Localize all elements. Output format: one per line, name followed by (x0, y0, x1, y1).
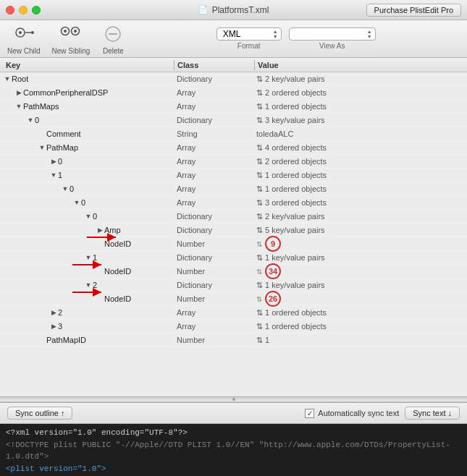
svg-point-5 (64, 30, 67, 33)
auto-sync-checkbox[interactable]: ✓ (305, 409, 314, 418)
cell-class: Number (174, 239, 253, 248)
delete-button[interactable]: Delete (101, 22, 125, 55)
table-row[interactable]: PathMapIDNumber⇅ 1 (0, 333, 467, 347)
resize-handle[interactable] (232, 398, 235, 401)
disclosure-triangle[interactable]: ▼ (61, 184, 70, 193)
purchase-button[interactable]: Purchase PlistEdit Pro (366, 4, 461, 17)
cell-value: ⇅ 1 ordered objects (253, 184, 467, 194)
disclosure-triangle[interactable]: ▼ (14, 102, 23, 111)
cell-value: ⇅ 2 ordered objects (253, 157, 467, 166)
value-text: ⇅ 3 key/value pairs (256, 116, 325, 125)
svg-point-1 (19, 31, 22, 34)
value-text: ⇅ 1 ordered objects (256, 308, 327, 318)
cell-class: Dictionary (174, 226, 253, 234)
cell-class: Array (174, 198, 253, 207)
auto-sync-label: Automatically sync text (318, 409, 399, 417)
key-label: 0 (58, 157, 62, 166)
disclosure-triangle[interactable]: ▼ (84, 253, 93, 262)
cell-key: NodeID (0, 239, 174, 248)
table-row[interactable]: ▼PathMapArray⇅ 4 ordered objects (0, 141, 467, 155)
value-text: toledaALC (256, 129, 293, 138)
disclosure-triangle[interactable]: ▼ (84, 281, 93, 289)
table-row[interactable]: ▶0Array⇅ 2 ordered objects (0, 155, 467, 169)
value-text: ⇅ 1 (256, 336, 269, 345)
close-button[interactable] (6, 6, 14, 14)
cell-key: ▼0 (0, 212, 174, 221)
key-label: CommonPeripheralDSP (23, 88, 108, 97)
circled-value: 26 (265, 291, 281, 307)
table-row[interactable]: ▶CommonPeripheralDSPArray⇅ 2 ordered obj… (0, 86, 467, 100)
table-row[interactable]: ▶3Array⇅ 1 ordered objects (0, 320, 467, 333)
cell-class: Dictionary (174, 281, 253, 289)
view-as-select[interactable]: ▲ ▼ (289, 27, 376, 41)
value-text: ⇅ 2 key/value pairs (256, 75, 325, 84)
table-row[interactable]: NodeIDNumber⇅34 (0, 265, 467, 279)
format-select[interactable]: XML ▲ ▼ (216, 27, 282, 41)
cell-key: ▶0 (0, 157, 174, 166)
sync-text-button[interactable]: Sync text ↓ (405, 407, 460, 420)
cell-key: ▼2 (0, 281, 174, 289)
table-row[interactable]: ▼0Dictionary⇅ 2 key/value pairs (0, 210, 467, 224)
document-icon: 📄 (198, 5, 209, 14)
new-child-button[interactable]: New Child (7, 22, 41, 55)
table-row[interactable]: ▶2Array⇅ 1 ordered objects (0, 306, 467, 320)
key-label: 0 (93, 212, 97, 221)
cell-key: NodeID (0, 267, 174, 276)
disclosure-triangle[interactable]: ▼ (3, 75, 12, 83)
value-text: ⇅ 1 key/value pairs (256, 281, 325, 290)
table-row[interactable]: NodeIDNumber⇅9 (0, 237, 467, 251)
key-label: PathMap (46, 143, 78, 152)
table-row[interactable]: ▼0Array⇅ 1 ordered objects (0, 182, 467, 196)
panel-divider (0, 396, 467, 402)
col-header-class: Class (174, 61, 254, 69)
value-text: ⇅ 2 key/value pairs (256, 212, 325, 221)
cell-key: Comment (0, 129, 174, 138)
stepper-icon: ⇅ (256, 268, 262, 276)
maximize-button[interactable] (32, 6, 41, 14)
format-select-arrows: ▲ ▼ (273, 29, 278, 39)
cell-class: Array (174, 143, 253, 152)
cell-class: Number (174, 336, 253, 344)
new-sibling-button[interactable]: New Sibling (52, 22, 91, 55)
disclosure-triangle[interactable]: ▶ (49, 157, 58, 166)
cell-key: ▼0 (0, 116, 174, 124)
disclosure-triangle[interactable]: ▶ (49, 308, 58, 317)
table-row[interactable]: ▼RootDictionary⇅ 2 key/value pairs (0, 72, 467, 86)
disclosure-triangle[interactable]: ▶ (96, 226, 104, 234)
table-row[interactable]: CommentStringtoledaALC (0, 127, 467, 141)
cell-class: Array (174, 308, 253, 317)
value-text: ⇅ 1 ordered objects (256, 171, 327, 180)
new-child-icon (12, 22, 35, 46)
key-label: 2 (93, 281, 97, 289)
disclosure-triangle[interactable]: ▼ (38, 143, 46, 152)
text-editor-panel[interactable]: <?xml version="1.0" encoding="UTF-8"?><!… (0, 424, 467, 476)
delete-icon (101, 22, 125, 46)
table-row[interactable]: NodeIDNumber⇅26 (0, 292, 467, 306)
toolbar-center: XML ▲ ▼ Format ▲ ▼ View As (132, 27, 460, 50)
sync-outline-button[interactable]: Sync outline ↑ (7, 407, 72, 420)
table-row[interactable]: ▼0Array⇅ 3 ordered objects (0, 196, 467, 210)
cell-class: Dictionary (174, 116, 253, 124)
disclosure-triangle[interactable]: ▼ (84, 212, 93, 221)
table-row[interactable]: ▼PathMapsArray⇅ 1 ordered objects (0, 100, 467, 114)
minimize-button[interactable] (19, 6, 28, 14)
key-label: PathMaps (23, 102, 59, 111)
cell-value: ⇅ 1 key/value pairs (253, 281, 467, 290)
cell-class: Dictionary (174, 253, 253, 262)
disclosure-triangle[interactable]: ▼ (49, 171, 58, 179)
disclosure-triangle[interactable]: ▼ (26, 116, 35, 124)
disclosure-triangle[interactable]: ▼ (72, 198, 81, 207)
cell-value: ⇅ 3 ordered objects (253, 198, 467, 208)
table-row[interactable]: ▼1Array⇅ 1 ordered objects (0, 169, 467, 182)
cell-class: Number (174, 294, 253, 303)
view-as-label: View As (319, 42, 345, 50)
view-as-select-arrows: ▲ ▼ (367, 29, 372, 39)
disclosure-triangle[interactable]: ▶ (49, 322, 58, 331)
table-body: ▼RootDictionary⇅ 2 key/value pairs▶Commo… (0, 72, 467, 347)
cell-value: ⇅ 1 (253, 336, 467, 345)
auto-sync-checkbox-group: ✓ Automatically sync text (305, 409, 399, 418)
disclosure-triangle[interactable]: ▶ (14, 88, 23, 97)
table-row[interactable]: ▼0Dictionary⇅ 3 key/value pairs (0, 114, 467, 127)
cell-key: ▼Root (0, 75, 174, 83)
cell-key: NodeID (0, 294, 174, 303)
